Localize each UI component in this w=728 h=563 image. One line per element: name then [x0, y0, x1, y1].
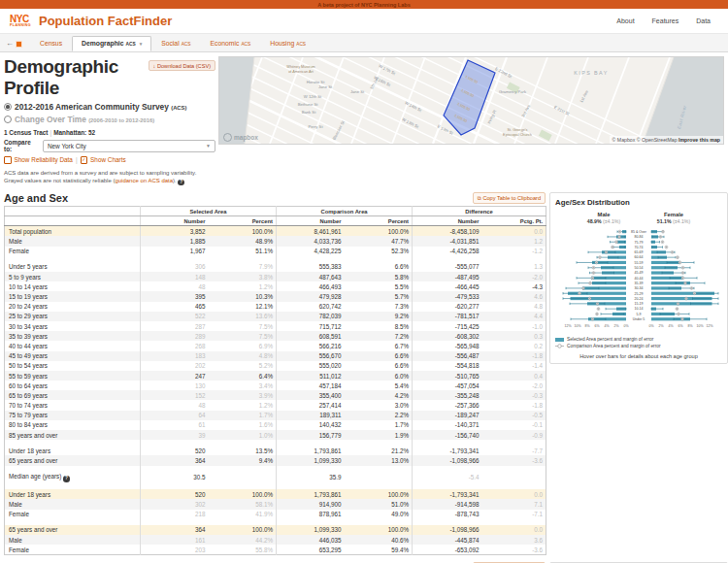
cell: -457,054: [413, 381, 482, 390]
cell: 6.4%: [209, 371, 277, 381]
cell: 40.6%: [345, 535, 413, 545]
svg-text:48.9% (±4.1%): 48.9% (±4.1%): [587, 218, 621, 224]
nav-features[interactable]: Features: [652, 17, 679, 24]
cell: 620,742: [277, 302, 345, 312]
compare-to-select[interactable]: New York City ▼: [43, 140, 215, 152]
row-label: Female: [5, 510, 141, 519]
cell: -5.4: [413, 472, 482, 484]
svg-text:45-49: 45-49: [635, 272, 644, 276]
row-label: 55 to 59 years: [5, 371, 141, 381]
cell: 202: [141, 361, 209, 371]
row-label: 5 to 9 years: [5, 272, 141, 282]
pyramid-title: Age/Sex Distribution: [555, 198, 722, 207]
cell: -4,426,258: [413, 247, 482, 256]
change-over-time-radio-row[interactable]: Change Over Time (2006-2010 to 2012-2016…: [4, 115, 215, 124]
tab-housing[interactable]: HousingACS: [260, 36, 315, 51]
copy-table-button[interactable]: ⧉ Copy Table to Clipboard: [473, 192, 546, 204]
cell: -608,302: [413, 331, 482, 341]
row-label: 10 to 14 years: [5, 282, 141, 291]
tab-census[interactable]: Census: [30, 36, 72, 51]
map-label: Bethune St: [298, 102, 319, 107]
svg-text:25-29: 25-29: [635, 292, 644, 296]
svg-text:8%: 8%: [687, 325, 692, 329]
cell: 100.0%: [209, 226, 277, 237]
svg-text:5-9: 5-9: [636, 313, 641, 316]
map-canvas[interactable]: 2,500.002,500.002,500.002,500.00Whitney …: [219, 57, 724, 144]
guidance-link[interactable]: guidance on ACS data: [115, 178, 173, 183]
improve-map-link[interactable]: Improve this map: [678, 137, 720, 143]
mapbox-logo[interactable]: mapbox: [223, 133, 258, 142]
selection-borough[interactable]: Manhattan: 52: [53, 129, 95, 136]
cell: 0.2: [482, 341, 546, 350]
nyc-planning-logo[interactable]: NYC PLANNING: [10, 15, 31, 28]
svg-text:4%: 4%: [668, 325, 673, 329]
tab-demographic[interactable]: DemographicACS▾: [72, 36, 151, 51]
help-icon[interactable]: ?: [178, 180, 183, 185]
tabs: CensusDemographicACS▾SocialACSEconomicAC…: [30, 36, 315, 51]
svg-text:20-24: 20-24: [635, 297, 644, 301]
radio-selected-icon[interactable]: [4, 103, 12, 111]
cell: 3.9%: [209, 390, 277, 400]
show-reliability-label[interactable]: Show Reliability Data: [15, 156, 73, 163]
map-label: KIPS BAY: [574, 70, 608, 76]
table-row: 65 years and over364100.0%1,099,330100.0…: [5, 525, 546, 535]
svg-text:0%: 0%: [623, 325, 628, 329]
svg-text:85 & Over: 85 & Over: [631, 230, 647, 234]
survey-radio-row[interactable]: 2012-2016 American Community Survey (ACS…: [4, 102, 215, 112]
table-row: 65 years and over3649.4%1,099,33013.0%-1…: [5, 455, 546, 465]
cell: 1,885: [141, 236, 209, 246]
cell: -620,277: [413, 302, 482, 312]
table-row: 25 to 29 years52213.6%782,0399.2%-781,51…: [5, 312, 546, 321]
nav-about[interactable]: About: [616, 17, 634, 24]
help-icon[interactable]: ?: [63, 476, 69, 481]
svg-text:35-39: 35-39: [635, 282, 644, 285]
cell: 156,779: [277, 430, 345, 440]
page-title: Demographic Profile: [4, 56, 143, 99]
cell: 287: [141, 321, 209, 331]
cell: 1.6%: [209, 420, 277, 430]
nav-data[interactable]: Data: [696, 17, 711, 24]
cell: 4.4: [482, 312, 546, 321]
map-label: Whitney Museum: [286, 65, 314, 69]
cell: 4.6: [482, 291, 546, 301]
svg-text:10%: 10%: [574, 325, 580, 329]
tab-social[interactable]: SocialACS: [151, 36, 200, 51]
cell: 9.4%: [209, 455, 277, 465]
table-row: Male30258.1%914,90051.0%-914,5987.1: [5, 499, 546, 509]
cell: 7.5%: [209, 321, 277, 331]
show-reliability-checkbox[interactable]: [4, 156, 12, 164]
selection-map[interactable]: 2,500.002,500.002,500.002,500.00Whitney …: [218, 56, 724, 145]
show-charts-checkbox[interactable]: ✓: [81, 156, 88, 164]
cell: 44.2%: [209, 535, 277, 545]
row-label: Under 5 years: [5, 262, 141, 272]
show-charts-label[interactable]: Show Charts: [90, 156, 126, 163]
cell: -0.9: [482, 430, 546, 440]
tab-economic[interactable]: EconomicACS: [201, 36, 261, 51]
svg-text:15-19: 15-19: [635, 302, 644, 306]
cell: 556,670: [277, 351, 345, 361]
map-attribution: © Mapbox © OpenStreetMap Improve this ma…: [610, 136, 723, 144]
back-to-map-button[interactable]: ←: [6, 40, 22, 48]
cell: 13.0%: [345, 455, 413, 465]
cell: 6.6%: [345, 361, 413, 371]
radio-unselected-icon[interactable]: [4, 116, 12, 123]
cell: -3.6: [482, 545, 546, 555]
row-label: 25 to 29 years: [5, 312, 141, 321]
table-row: 15 to 19 years39510.3%479,9285.7%-479,53…: [5, 291, 546, 301]
table-row: Under 5 years3067.9%555,3836.6%-555,0771…: [5, 262, 546, 272]
age-sex-pyramid-chart[interactable]: Male48.9% (±4.1%)Female51.1% (±4.1%)85 &…: [555, 209, 722, 331]
cell: 48: [141, 282, 209, 291]
table-row: Median age (years)?30.535.9-5.4: [5, 472, 546, 484]
cell: -355,248: [413, 390, 482, 400]
download-data-button[interactable]: ↓ Download Data (CSV): [149, 60, 215, 71]
row-label: 65 to 69 years: [5, 390, 141, 400]
cell: 1.2%: [209, 282, 277, 291]
map-label: Perry St: [308, 124, 323, 129]
cell: 3.8%: [209, 272, 277, 282]
table-row: 70 to 74 years481.2%257,4143.0%-257,366-…: [5, 400, 546, 410]
app-title: Population FactFinder: [39, 14, 172, 28]
table-row: 50 to 54 years2025.2%555,0206.6%-554,818…: [5, 361, 546, 371]
cell: 914,900: [277, 499, 345, 509]
age-sex-title: Age and Sex: [4, 192, 68, 204]
cell: 7.1: [482, 499, 546, 509]
